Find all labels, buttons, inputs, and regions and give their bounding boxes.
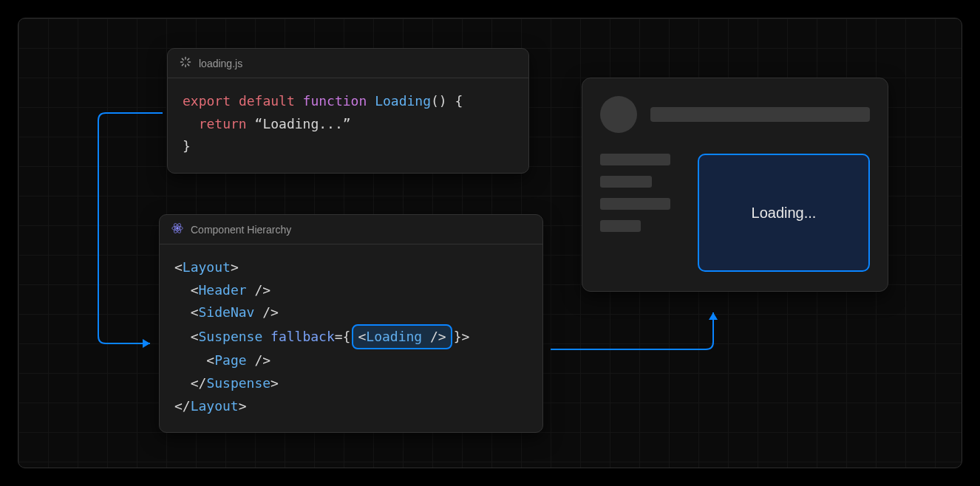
keyword-default: default (239, 93, 295, 109)
avatar-skeleton (600, 96, 637, 133)
titlebar-skeleton (650, 107, 870, 122)
react-icon (171, 222, 183, 236)
diagram-canvas: loading.js export default function Loadi… (18, 18, 962, 468)
tag-loading: Loading (366, 329, 422, 344)
svg-line-7 (188, 58, 189, 60)
tag-header: Header (199, 282, 247, 298)
loading-spinner-icon (180, 56, 191, 70)
panel-code-body: export default function Loading() { retu… (168, 78, 528, 173)
panel-code-body: <Layout> <Header /> <SideNav /> <Suspens… (160, 244, 542, 432)
function-name: Loading (375, 93, 431, 109)
panel-header: loading.js (168, 49, 528, 78)
brace-close: } (183, 138, 191, 154)
fallback-highlight: <Loading /> (352, 324, 452, 350)
keyword-return: return (199, 116, 247, 131)
code-panel-hierarchy: Component Hierarchy <Layout> <Header /> … (159, 214, 543, 433)
svg-line-6 (182, 64, 183, 66)
tag-layout-open: Layout (183, 259, 231, 275)
sidebar-line-skeleton (600, 154, 670, 165)
sidebar-line-skeleton (600, 220, 641, 232)
loading-text: Loading... (752, 205, 817, 222)
panel-title: loading.js (199, 58, 242, 69)
parens: () (431, 93, 447, 109)
sidebar-skeleton (600, 154, 681, 272)
code-panel-loading: loading.js export default function Loadi… (167, 48, 529, 174)
string-literal: “Loading...” (255, 116, 351, 131)
panel-header: Component Hierarchy (160, 215, 542, 244)
tag-sidenav: SideNav (199, 304, 255, 320)
brace-open: { (447, 93, 463, 109)
keyword-function: function (303, 93, 367, 109)
svg-line-5 (188, 64, 189, 66)
browser-mock-header-skeleton (600, 96, 870, 133)
sidebar-line-skeleton (600, 176, 652, 188)
tag-layout-close: Layout (191, 398, 239, 414)
tag-suspense-close: Suspense (206, 375, 270, 391)
tag-suspense-open: Suspense (199, 329, 263, 344)
keyword-export: export (183, 93, 231, 109)
panel-title: Component Hierarchy (191, 224, 291, 236)
svg-point-8 (177, 227, 179, 230)
tag-page: Page (214, 352, 246, 368)
sidebar-line-skeleton (600, 198, 670, 210)
browser-mock: Loading... (582, 78, 888, 292)
attr-fallback: fallback (270, 329, 335, 344)
loading-area-highlight: Loading... (698, 154, 870, 272)
svg-line-4 (182, 58, 183, 60)
